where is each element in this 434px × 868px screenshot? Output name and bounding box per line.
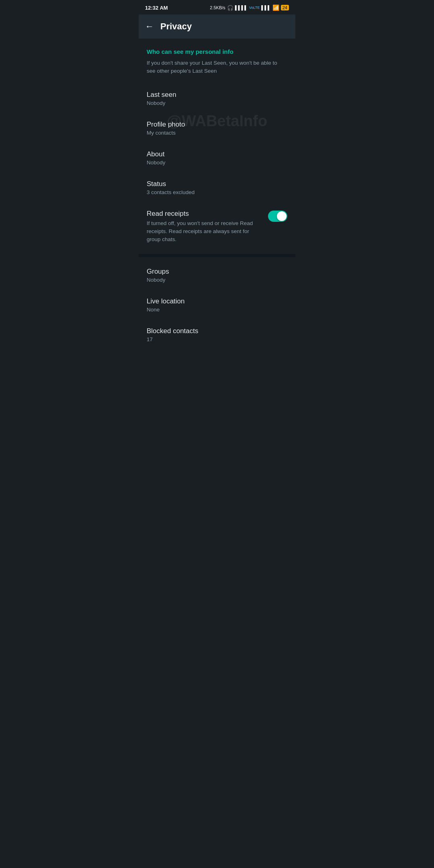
signal-icon-2: ▌▌▌ xyxy=(261,5,270,10)
setting-item-live-location[interactable]: Live location None xyxy=(139,290,295,320)
last-seen-label: Last seen xyxy=(147,91,287,99)
setting-left-profile-photo: Profile photo My contacts xyxy=(147,121,287,136)
status-value: 3 contacts excluded xyxy=(147,189,287,195)
section-divider xyxy=(139,254,295,257)
battery-icon: 24 xyxy=(281,5,289,10)
setting-left-blocked-contacts: Blocked contacts 17 xyxy=(147,327,287,342)
blocked-contacts-label: Blocked contacts xyxy=(147,327,287,335)
setting-left-groups: Groups Nobody xyxy=(147,268,287,283)
profile-photo-label: Profile photo xyxy=(147,121,287,129)
groups-label: Groups xyxy=(147,268,287,276)
setting-left-live-location: Live location None xyxy=(147,297,287,313)
setting-left-status: Status 3 contacts excluded xyxy=(147,180,287,195)
status-time: 12:32 AM xyxy=(145,5,168,11)
status-icons: 2.5KB/s 🎧 ▌▌▌▌ VoLTE ▌▌▌ 📶 24 xyxy=(210,4,289,11)
network-speed: 2.5KB/s xyxy=(210,5,225,10)
read-receipts-description: If turned off, you won't send or receive… xyxy=(147,219,262,244)
read-receipts-text: Read receipts If turned off, you won't s… xyxy=(147,210,268,244)
read-receipts-label: Read receipts xyxy=(147,210,262,218)
setting-item-profile-photo[interactable]: Profile photo My contacts xyxy=(139,113,295,143)
section-header-personal-info: Who can see my personal info xyxy=(139,39,295,59)
groups-value: Nobody xyxy=(147,277,287,283)
page-title: Privacy xyxy=(160,21,192,32)
setting-item-last-seen[interactable]: Last seen Nobody xyxy=(139,84,295,113)
live-location-value: None xyxy=(147,307,287,313)
status-bar: 12:32 AM 2.5KB/s 🎧 ▌▌▌▌ VoLTE ▌▌▌ 📶 24 xyxy=(139,0,295,14)
wifi-icon: 📶 xyxy=(272,4,279,11)
setting-item-blocked-contacts[interactable]: Blocked contacts 17 xyxy=(139,320,295,350)
setting-item-status[interactable]: Status 3 contacts excluded xyxy=(139,173,295,203)
section-subtitle-personal-info: If you don't share your Last Seen, you w… xyxy=(139,59,295,84)
app-bar: ← Privacy xyxy=(139,14,295,39)
blocked-contacts-value: 17 xyxy=(147,336,287,342)
profile-photo-value: My contacts xyxy=(147,130,287,136)
read-receipts-toggle-wrapper xyxy=(268,210,287,222)
setting-item-read-receipts[interactable]: Read receipts If turned off, you won't s… xyxy=(139,203,295,251)
setting-left-about: About Nobody xyxy=(147,150,287,166)
setting-item-groups[interactable]: Groups Nobody xyxy=(139,260,295,290)
volte-icon: VoLTE xyxy=(249,6,260,10)
setting-item-about[interactable]: About Nobody xyxy=(139,143,295,173)
about-label: About xyxy=(147,150,287,158)
signal-icon: ▌▌▌▌ xyxy=(235,5,248,10)
setting-left-last-seen: Last seen Nobody xyxy=(147,91,287,106)
headphone-icon: 🎧 xyxy=(227,5,233,11)
live-location-label: Live location xyxy=(147,297,287,305)
settings-content: Who can see my personal info If you don'… xyxy=(139,39,295,350)
status-label: Status xyxy=(147,180,287,188)
back-button[interactable]: ← xyxy=(145,22,154,31)
toggle-knob xyxy=(277,211,287,221)
read-receipts-toggle[interactable] xyxy=(268,211,287,222)
last-seen-value: Nobody xyxy=(147,100,287,106)
about-value: Nobody xyxy=(147,160,287,166)
